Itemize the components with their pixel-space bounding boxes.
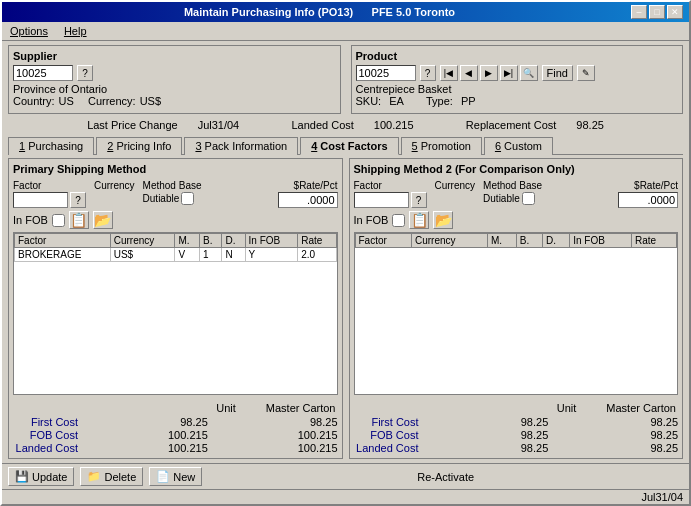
secondary-factor-help[interactable]: ? [411,192,427,208]
secondary-rate-header: $Rate/Pct [618,180,678,191]
primary-fob-cost-unit: 100.215 [153,429,208,441]
secondary-panel: Shipping Method 2 (For Comparison Only) … [349,158,684,459]
col-d: D. [222,234,245,248]
table-row[interactable]: BROKERAGE US$ V 1 N Y 2.0 [15,248,337,262]
cell-rate: 2.0 [298,248,336,262]
primary-table: Factor Currency M. B. D. In FOB Rate [13,232,338,395]
tab-cost-factors[interactable]: 4 Cost Factors [300,137,398,155]
secondary-factor-input[interactable] [354,192,409,208]
type-value: PP [461,95,476,107]
tab-custom[interactable]: 6 Custom [484,137,553,155]
update-label: Update [32,471,67,483]
secondary-unit-header: Unit [557,402,577,414]
col-currency: Currency [110,234,175,248]
top-section: Supplier ? Province of Ontario Country: … [8,45,683,114]
primary-fob-cost-mc: 100.215 [283,429,338,441]
new-button[interactable]: 📄 New [149,467,202,486]
sku-value: EA [389,95,404,107]
primary-factor-help[interactable]: ? [70,192,86,208]
reactivate-label: Re-Activate [208,471,683,483]
supplier-help-button[interactable]: ? [77,65,93,81]
close-button[interactable]: ✕ [667,5,683,19]
supplier-label: Supplier [13,50,336,62]
primary-first-cost-mc: 98.25 [283,416,338,428]
col2-infob: In FOB [570,234,632,248]
primary-first-cost-label: First Cost [13,416,78,428]
primary-infob-row: In FOB 📋 📂 [13,211,338,229]
secondary-folder-icon[interactable]: 📂 [433,211,453,229]
secondary-first-cost-label: First Cost [354,416,419,428]
nav-prev-button[interactable]: ◀ [460,65,478,81]
primary-dutiable-label: Dutiable [143,193,180,204]
col2-b: B. [516,234,542,248]
primary-infob-checkbox[interactable] [52,214,65,227]
find-button[interactable]: Find [542,65,573,81]
nav-last-button[interactable]: ▶| [500,65,518,81]
supplier-code-input[interactable] [13,65,73,81]
product-name: Centrepiece Basket [356,83,679,95]
secondary-fob-cost-mc: 98.25 [623,429,678,441]
landed-cost-label: Landed Cost [291,119,353,131]
primary-dutiable-checkbox[interactable] [181,192,194,205]
currency-label: Currency: [88,95,136,107]
primary-landed-cost-unit: 100.215 [153,442,208,454]
secondary-infob-row: In FOB 📋 📂 [354,211,679,229]
new-icon: 📄 [156,470,170,483]
secondary-dutiable-checkbox[interactable] [522,192,535,205]
tab-pricing-info[interactable]: 2 Pricing Info [96,137,182,155]
cell-m: V [175,248,200,262]
secondary-landed-cost-mc: 98.25 [623,442,678,454]
tab-pack-information[interactable]: 3 Pack Information [184,137,298,155]
product-code-input[interactable] [356,65,416,81]
secondary-infob-checkbox[interactable] [392,214,405,227]
nav-first-button[interactable]: |◀ [440,65,458,81]
nav-next-button[interactable]: ▶ [480,65,498,81]
primary-landed-cost-mc: 100.215 [283,442,338,454]
cell-infob: Y [245,248,298,262]
primary-panel-title: Primary Shipping Method [13,163,338,175]
primary-rate-input[interactable] [278,192,338,208]
tab-promotion[interactable]: 5 Promotion [401,137,482,155]
secondary-first-cost-unit: 98.25 [493,416,548,428]
secondary-landed-cost-unit: 98.25 [493,442,548,454]
col-infob: In FOB [245,234,298,248]
sku-label: SKU: [356,95,382,107]
col-m: M. [175,234,200,248]
secondary-table: Factor Currency M. B. D. In FOB Rate [354,232,679,395]
cell-d: N [222,248,245,262]
secondary-mc-header: Master Carton [606,402,676,414]
primary-landed-cost-label: Landed Cost [13,442,78,454]
menu-help[interactable]: Help [60,24,91,38]
cell-b: 1 [200,248,222,262]
replacement-cost-label: Replacement Cost [466,119,557,131]
col2-d: D. [543,234,570,248]
edit-button[interactable]: ✎ [577,65,595,81]
tab-purchasing[interactable]: 1 Purchasing [8,137,94,155]
primary-first-cost-unit: 98.25 [153,416,208,428]
delete-label: Delete [104,471,136,483]
primary-currency-header: Currency [94,180,135,191]
delete-button[interactable]: 📁 Delete [80,467,143,486]
supplier-province: Province of Ontario [13,83,336,95]
nav-search-button[interactable]: 🔍 [520,65,538,81]
col-factor: Factor [15,234,111,248]
col2-m: M. [487,234,516,248]
secondary-add-icon[interactable]: 📋 [409,211,429,229]
product-help-button[interactable]: ? [420,65,436,81]
primary-add-icon[interactable]: 📋 [69,211,89,229]
menu-options[interactable]: Options [6,24,52,38]
minimize-button[interactable]: – [631,5,647,19]
update-button[interactable]: 💾 Update [8,467,74,486]
primary-costs: Unit Master Carton First Cost 98.25 98.2… [13,398,338,454]
primary-folder-icon[interactable]: 📂 [93,211,113,229]
supplier-country-row: Country: US Currency: US$ [13,95,336,107]
primary-factor-input[interactable] [13,192,68,208]
secondary-rate-input[interactable] [618,192,678,208]
supplier-section: Supplier ? Province of Ontario Country: … [8,45,341,114]
maximize-button[interactable]: □ [649,5,665,19]
col2-factor: Factor [355,234,411,248]
product-section: Product ? |◀ ◀ ▶ ▶| 🔍 Find ✎ Centrepiece… [351,45,684,114]
secondary-infob-label: In FOB [354,214,389,226]
status-date: Jul31/04 [641,491,683,503]
panels-row: Primary Shipping Method Factor ? Currenc… [8,158,683,459]
